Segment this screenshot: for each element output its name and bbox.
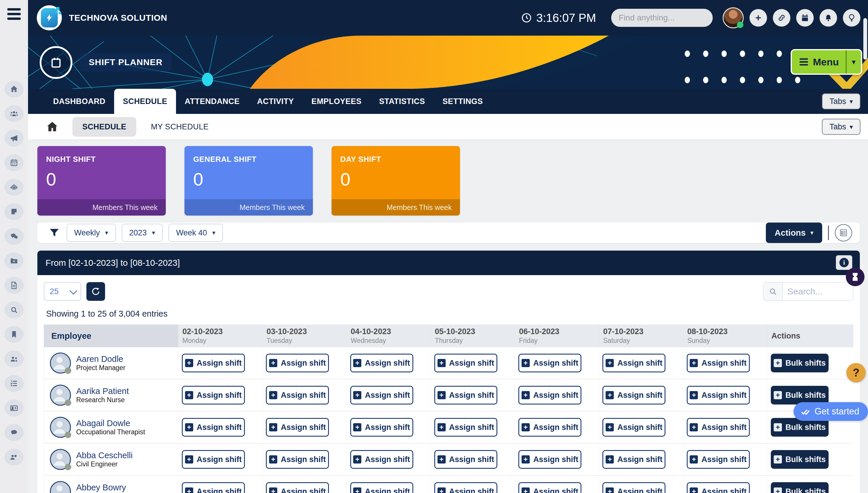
menu-button[interactable]: Menu [792, 50, 846, 73]
tab-statistics[interactable]: STATISTICS [370, 89, 434, 114]
assign-shift-button[interactable]: +Assign shift [266, 450, 329, 469]
year-dropdown[interactable]: 2023▾ [122, 224, 163, 242]
subtab-schedule[interactable]: SCHEDULE [72, 117, 136, 137]
subtab-my-schedule[interactable]: MY SCHEDULE [148, 117, 212, 137]
tab-attendance[interactable]: ATTENDANCE [176, 89, 248, 114]
team-icon[interactable] [4, 105, 24, 122]
bulk-shifts-button[interactable]: +Bulk shifts [771, 450, 829, 469]
assign-shift-button[interactable]: +Assign shift [182, 482, 245, 493]
actions-dropdown-button[interactable]: Actions▾ [766, 222, 822, 243]
tips-button[interactable] [843, 9, 861, 26]
assign-shift-button[interactable]: +Assign shift [350, 418, 413, 437]
group-icon[interactable] [4, 449, 24, 466]
message-icon[interactable] [4, 424, 24, 441]
assign-shift-button[interactable]: +Assign shift [434, 482, 497, 493]
assign-shift-button[interactable]: +Assign shift [434, 450, 497, 469]
bulk-shifts-button[interactable]: +Bulk shifts [771, 354, 829, 372]
assign-shift-button[interactable]: +Assign shift [687, 482, 750, 493]
assign-shift-button[interactable]: +Assign shift [518, 418, 581, 437]
calendar-button[interactable] [796, 9, 814, 26]
global-search-input[interactable] [611, 13, 713, 22]
assign-shift-button[interactable]: +Assign shift [266, 482, 329, 493]
calendar-icon[interactable] [4, 154, 24, 171]
assign-shift-button[interactable]: +Assign shift [518, 354, 581, 372]
document-icon[interactable] [4, 277, 24, 294]
assign-shift-button[interactable]: +Assign shift [182, 386, 245, 405]
assign-shift-button[interactable]: +Assign shift [602, 450, 665, 469]
employee-name[interactable]: Abbey Bowry [76, 483, 149, 492]
ordered-list-icon[interactable] [4, 375, 24, 392]
assign-shift-button[interactable]: +Assign shift [182, 418, 245, 437]
assign-shift-button[interactable]: +Assign shift [687, 418, 750, 437]
tab-employees[interactable]: EMPLOYEES [303, 89, 370, 114]
assign-shift-button[interactable]: +Assign shift [266, 418, 329, 437]
id-card-icon[interactable] [4, 400, 24, 416]
bulk-shifts-button[interactable]: +Bulk shifts [771, 482, 829, 493]
assign-shift-button[interactable]: +Assign shift [518, 482, 581, 493]
plus-square-icon: + [606, 391, 614, 399]
bookmark-icon[interactable] [4, 326, 24, 343]
home-icon[interactable] [4, 81, 24, 98]
user-avatar[interactable] [723, 7, 744, 28]
page-size-select[interactable]: 25 [44, 282, 81, 301]
assign-shift-button[interactable]: +Assign shift [434, 386, 497, 405]
assign-shift-button[interactable]: +Assign shift [434, 418, 497, 437]
tab-settings[interactable]: SETTINGS [434, 89, 492, 114]
get-started-button[interactable]: Get started [794, 402, 868, 421]
tab-schedule[interactable]: SCHEDULE [114, 89, 176, 114]
list-view-button[interactable] [835, 224, 852, 241]
refresh-button[interactable] [86, 282, 105, 301]
add-button[interactable] [750, 9, 767, 26]
assign-shift-button[interactable]: +Assign shift [518, 450, 581, 469]
home-icon[interactable] [44, 120, 61, 133]
assign-shift-button[interactable]: +Assign shift [266, 386, 329, 405]
employee-name[interactable]: Aaren Dodle [76, 354, 125, 364]
folder-plus-icon[interactable] [4, 252, 24, 269]
card-title: GENERAL SHIFT [184, 146, 313, 164]
subtabs-dropdown-button[interactable]: Tabs▾ [822, 119, 861, 135]
bot-icon[interactable] [4, 179, 24, 196]
assign-shift-button[interactable]: +Assign shift [350, 386, 413, 405]
info-button[interactable]: i [836, 255, 852, 270]
week-dropdown[interactable]: Week 40▾ [168, 224, 223, 242]
tab-dashboard[interactable]: DASHBOARD [44, 89, 114, 114]
table-row: Abba CeschelliCivil Engineer+Assign shif… [44, 444, 853, 476]
assign-shift-button[interactable]: +Assign shift [518, 386, 581, 405]
assign-shift-button[interactable]: +Assign shift [602, 386, 665, 405]
assign-shift-button[interactable]: +Assign shift [602, 482, 665, 493]
assign-shift-button[interactable]: +Assign shift [602, 418, 665, 437]
employee-avatar [50, 481, 71, 493]
pending-tasks-button[interactable] [846, 267, 865, 286]
help-button[interactable]: ? [846, 363, 866, 382]
employee-cell: Abagail DowleOccupational Therapist [44, 411, 178, 443]
employee-name[interactable]: Abba Ceschelli [76, 451, 133, 460]
chats-icon[interactable] [4, 228, 24, 245]
assign-shift-button[interactable]: +Assign shift [687, 354, 750, 372]
assign-shift-button[interactable]: +Assign shift [266, 354, 329, 372]
announcement-icon[interactable] [4, 130, 24, 147]
employee-name[interactable]: Aarika Patient [76, 386, 129, 396]
assign-shift-button[interactable]: +Assign shift [687, 450, 750, 469]
notifications-button[interactable] [820, 9, 837, 26]
assign-shift-button[interactable]: +Assign shift [182, 354, 245, 372]
assign-shift-button[interactable]: +Assign shift [687, 386, 750, 405]
links-button[interactable] [773, 9, 790, 26]
search-icon[interactable] [4, 301, 24, 318]
period-dropdown[interactable]: Weekly▾ [67, 224, 116, 242]
tabs-dropdown-button[interactable]: Tabs▾ [822, 93, 861, 109]
bulk-shifts-button[interactable]: +Bulk shifts [771, 386, 829, 405]
assign-shift-button[interactable]: +Assign shift [350, 482, 413, 493]
tab-activity[interactable]: ACTIVITY [248, 89, 303, 114]
assign-shift-button[interactable]: +Assign shift [350, 354, 413, 372]
assign-shift-button[interactable]: +Assign shift [434, 354, 497, 372]
employee-name[interactable]: Abagail Dowle [76, 419, 145, 428]
scrollbar-thumb[interactable] [863, 18, 867, 60]
menu-caret-button[interactable]: ▾ [846, 50, 861, 73]
hamburger-menu-button[interactable] [0, 0, 28, 28]
assign-shift-button[interactable]: +Assign shift [602, 354, 665, 372]
notes-icon[interactable] [4, 203, 24, 220]
assign-shift-button[interactable]: +Assign shift [182, 450, 245, 469]
people-icon[interactable] [4, 350, 24, 367]
assign-shift-button[interactable]: +Assign shift [350, 450, 413, 469]
table-search-input[interactable] [782, 282, 853, 301]
